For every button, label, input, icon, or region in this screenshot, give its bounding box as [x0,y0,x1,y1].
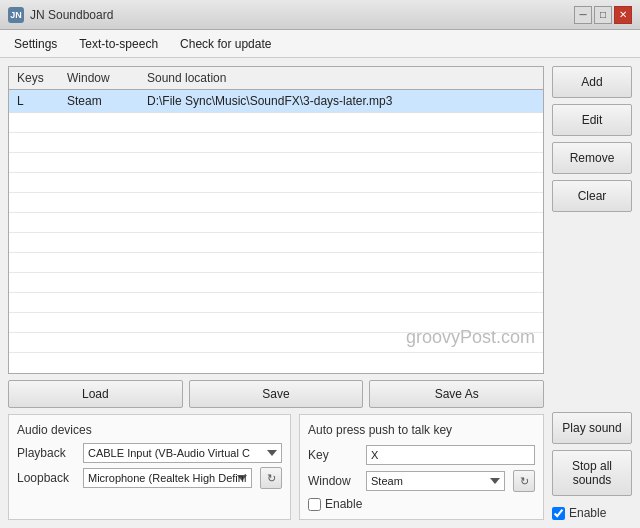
playback-label: Playback [17,446,75,460]
empty-row [9,133,543,153]
stop-all-sounds-button[interactable]: Stop all sounds [552,450,632,496]
save-button[interactable]: Save [189,380,364,408]
auto-press-section: Auto press push to talk key Key Window S… [299,414,544,520]
menu-item-settings[interactable]: Settings [4,33,67,55]
add-button[interactable]: Add [552,66,632,98]
empty-row [9,233,543,253]
loopback-select[interactable]: Microphone (Realtek High Defini Default … [83,468,252,488]
menu-bar: Settings Text-to-speech Check for update [0,30,640,58]
table-row[interactable]: L Steam D:\File Sync\Music\SoundFX\3-day… [9,90,543,113]
playback-select[interactable]: CABLE Input (VB-Audio Virtual C Default … [83,443,282,463]
close-button[interactable]: ✕ [614,6,632,24]
title-bar: JN JN Soundboard ─ □ ✕ [0,0,640,30]
window-title: JN Soundboard [30,8,113,22]
right-panel: Add Edit Remove Clear Play sound Stop al… [552,66,632,520]
empty-row [9,113,543,133]
header-sound-location: Sound location [143,70,539,86]
empty-row [9,293,543,313]
empty-row [9,253,543,273]
clear-button[interactable]: Clear [552,180,632,212]
empty-row [9,193,543,213]
bottom-section: Audio devices Playback CABLE Input (VB-A… [8,414,544,520]
enable-main-row: Enable [552,506,632,520]
table-header: Keys Window Sound location [9,67,543,90]
title-bar-controls: ─ □ ✕ [574,6,632,24]
cell-window: Steam [63,92,143,110]
cell-key: L [13,92,63,110]
minimize-button[interactable]: ─ [574,6,592,24]
remove-button[interactable]: Remove [552,142,632,174]
edit-button[interactable]: Edit [552,104,632,136]
left-panel: Keys Window Sound location L Steam D:\Fi… [8,66,544,520]
key-field-row: Key [308,445,535,465]
maximize-button[interactable]: □ [594,6,612,24]
key-label: Key [308,448,358,462]
empty-rows [9,113,543,353]
enable-main-checkbox[interactable] [552,507,565,520]
auto-press-enable-label: Enable [325,497,362,511]
playback-row: Playback CABLE Input (VB-Audio Virtual C… [17,443,282,463]
loopback-label: Loopback [17,471,75,485]
main-content: Keys Window Sound location L Steam D:\Fi… [0,58,640,528]
audio-devices-section: Audio devices Playback CABLE Input (VB-A… [8,414,291,520]
title-bar-left: JN JN Soundboard [8,7,113,23]
cell-sound-location: D:\File Sync\Music\SoundFX\3-days-later.… [143,92,539,110]
loopback-row: Loopback Microphone (Realtek High Defini… [17,467,282,489]
empty-row [9,153,543,173]
play-sound-button[interactable]: Play sound [552,412,632,444]
menu-item-tts[interactable]: Text-to-speech [69,33,168,55]
save-as-button[interactable]: Save As [369,380,544,408]
auto-press-enable-checkbox[interactable] [308,498,321,511]
empty-row [9,213,543,233]
auto-press-window-select[interactable]: Steam Discord TeamSpeak [366,471,505,491]
auto-press-enable-row: Enable [308,497,535,511]
watermark: groovyPost.com [9,323,543,352]
action-row: Load Save Save As [8,380,544,408]
key-input[interactable] [366,445,535,465]
audio-devices-title: Audio devices [17,423,282,437]
auto-press-refresh-button[interactable]: ↻ [513,470,535,492]
empty-row [9,273,543,293]
sounds-table: Keys Window Sound location L Steam D:\Fi… [8,66,544,374]
menu-item-update[interactable]: Check for update [170,33,281,55]
app-icon: JN [8,7,24,23]
load-button[interactable]: Load [8,380,183,408]
window-field-row: Window Steam Discord TeamSpeak ↻ [308,470,535,492]
header-keys: Keys [13,70,63,86]
auto-press-window-label: Window [308,474,358,488]
loopback-refresh-button[interactable]: ↻ [260,467,282,489]
empty-row [9,173,543,193]
auto-press-title: Auto press push to talk key [308,423,535,437]
enable-main-label: Enable [569,506,606,520]
header-window: Window [63,70,143,86]
